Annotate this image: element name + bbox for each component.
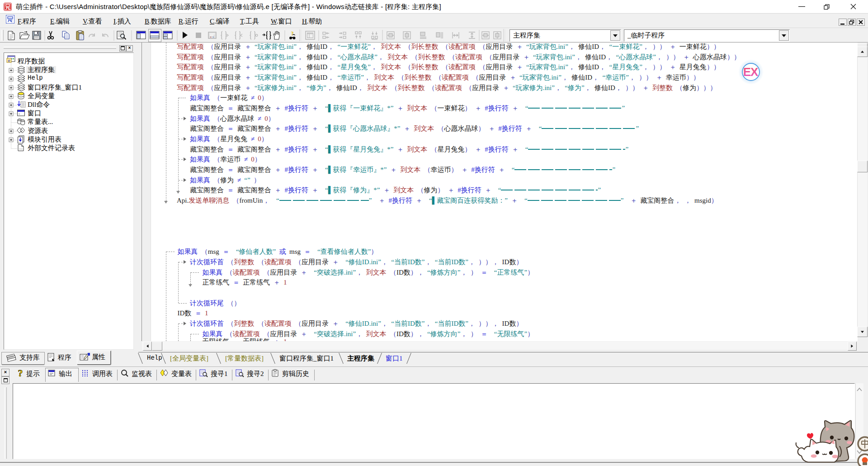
- svg-text:?: ?: [18, 368, 23, 379]
- svg-text:EX: EX: [743, 65, 759, 79]
- svg-text:?: ?: [291, 30, 294, 37]
- svg-text:e: e: [8, 58, 10, 63]
